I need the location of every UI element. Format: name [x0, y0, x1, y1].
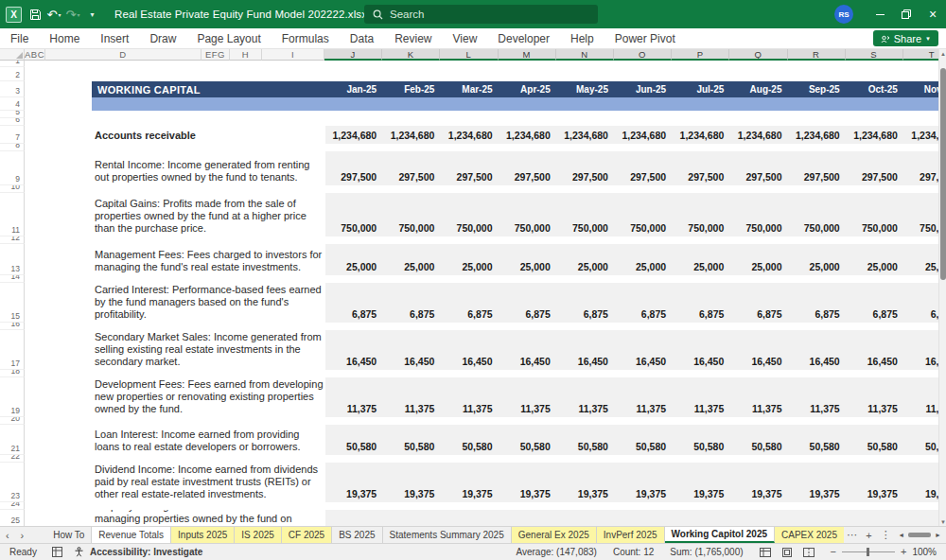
line-item-label[interactable]: Rental Income: Income generated from ren… — [95, 151, 325, 185]
cell-value[interactable]: 50,580 — [789, 441, 847, 455]
cell-value[interactable] — [383, 524, 441, 526]
cell-value[interactable] — [673, 524, 730, 526]
cell-value[interactable]: 19,375 — [673, 488, 730, 502]
ribbon-tab-page-layout[interactable]: Page Layout — [186, 32, 271, 45]
ribbon-tab-home[interactable]: Home — [39, 32, 90, 45]
cell-value[interactable]: 750,000 — [383, 222, 441, 236]
column-header-p[interactable]: P — [672, 49, 729, 61]
month-header-aug-25[interactable]: Aug-25 — [730, 84, 788, 95]
cell-value[interactable]: 25,000 — [673, 261, 730, 275]
cell-value[interactable] — [847, 524, 904, 526]
restore-button[interactable] — [893, 0, 920, 28]
zoom-slider-thumb[interactable] — [867, 548, 869, 556]
column-header-abc[interactable]: ABC — [25, 49, 45, 61]
month-header-sep-25[interactable]: Sep-25 — [789, 84, 847, 95]
row-header-5[interactable]: 5 — [0, 111, 25, 118]
month-header-apr-25[interactable]: Apr-25 — [499, 84, 557, 95]
cell-value[interactable]: 16,450 — [557, 356, 615, 370]
cell-value[interactable]: 6,875 — [789, 308, 847, 323]
cell-value[interactable]: 25,000 — [730, 261, 788, 275]
cell-value[interactable]: 19,375 — [383, 488, 441, 502]
save-icon[interactable] — [26, 0, 44, 28]
line-item-label[interactable]: Management Fees: Fees charged to investo… — [95, 244, 325, 275]
sheet-tab-statements-summary-2025[interactable]: Statements Summary 2025 — [383, 527, 512, 543]
sheet-tab-inputs-2025[interactable]: Inputs 2025 — [171, 527, 235, 543]
cell-value[interactable]: 750,000 — [730, 222, 788, 236]
cell-value[interactable]: 750,000 — [499, 222, 557, 236]
ribbon-tab-review[interactable]: Review — [384, 32, 442, 45]
cell-value[interactable]: 50,580 — [673, 441, 730, 455]
cell-value[interactable]: 50,580 — [499, 441, 557, 455]
accessibility-status[interactable]: Accessibility: Investigate — [90, 547, 203, 557]
account-avatar[interactable]: RS — [834, 5, 853, 24]
cell-value[interactable] — [904, 524, 938, 526]
row-header-17[interactable]: 17 — [0, 330, 25, 370]
cell-value[interactable]: 1,234,680 — [730, 130, 788, 144]
cell-value[interactable]: 6,875 — [673, 308, 730, 323]
line-item-label[interactable]: Property Management Fees: Fees earned fr… — [95, 510, 325, 526]
cell-value[interactable]: 297,500 — [325, 171, 383, 185]
cell-value[interactable]: 1,234,680 — [847, 130, 904, 144]
row-header-22[interactable]: 22 — [0, 455, 25, 463]
ribbon-tab-formulas[interactable]: Formulas — [272, 32, 340, 45]
sub-banner[interactable] — [92, 97, 938, 111]
month-header-mar-25[interactable]: Mar-25 — [441, 84, 499, 95]
cell-value[interactable]: 16,450 — [441, 356, 499, 370]
sheet-tab-revenue-totals[interactable]: Revenue Totals — [92, 527, 171, 543]
row-header-8[interactable]: 8 — [0, 144, 25, 151]
zoom-out-icon[interactable]: − — [831, 547, 836, 557]
line-item-label[interactable]: Carried Interest: Performance-based fees… — [95, 283, 325, 323]
excel-app-icon[interactable]: X — [6, 0, 26, 28]
customize-qat-icon[interactable]: ▾ — [82, 0, 101, 28]
cell-value[interactable]: 11,375 — [557, 403, 615, 417]
cell-value[interactable]: 19,375 — [499, 488, 557, 502]
minimize-button[interactable] — [867, 0, 893, 28]
row-header-19[interactable]: 19 — [0, 377, 25, 417]
zoom-level[interactable]: 100% — [912, 547, 937, 557]
cell-value[interactable]: 19,375 — [325, 488, 383, 502]
cell-value[interactable]: 25,000 — [383, 261, 441, 275]
cell-value[interactable]: 50,580 — [325, 441, 383, 455]
cell-value[interactable]: 750,000 — [904, 222, 938, 236]
cell-value[interactable] — [789, 524, 847, 526]
cell-value[interactable]: 16,450 — [615, 356, 673, 370]
cell-value[interactable]: 6,875 — [730, 308, 788, 323]
month-header-may-25[interactable]: May-25 — [557, 84, 615, 95]
cell-value[interactable]: 750,000 — [441, 222, 499, 236]
cell-value[interactable]: 25,000 — [904, 261, 938, 275]
row-header-11[interactable]: 11 — [0, 193, 25, 236]
cell-value[interactable]: 1,234,680 — [557, 130, 615, 144]
row-header-6[interactable]: 6 — [0, 118, 25, 126]
cell-value[interactable]: 16,450 — [730, 356, 788, 370]
cell-value[interactable] — [441, 524, 499, 526]
line-item-label[interactable]: Loan Interest: Income earned from provid… — [95, 425, 325, 455]
column-header-h[interactable]: H — [230, 49, 262, 61]
vertical-scroll-thumb[interactable] — [940, 68, 946, 280]
ribbon-tab-insert[interactable]: Insert — [90, 32, 139, 45]
cell-value[interactable]: 1,234,680 — [904, 130, 938, 144]
cell-value[interactable]: 50,580 — [847, 441, 904, 455]
row-header-9[interactable]: 9 — [0, 151, 25, 185]
row-header-23[interactable]: 23 — [0, 463, 25, 502]
line-item-label[interactable]: Capital Gains: Profits made from the sal… — [95, 193, 325, 236]
new-sheet-button[interactable]: + — [861, 527, 878, 543]
scroll-down-icon[interactable]: ▼ — [939, 517, 946, 526]
cell-value[interactable]: 19,375 — [615, 488, 673, 502]
cell-value[interactable]: 16,450 — [847, 356, 904, 370]
cell-value[interactable]: 16,450 — [673, 356, 730, 370]
column-header-d[interactable]: D — [45, 49, 201, 61]
cell-value[interactable]: 1,234,680 — [673, 130, 730, 144]
cell-value[interactable]: 25,000 — [615, 261, 673, 275]
cell-value[interactable]: 750,000 — [789, 222, 847, 236]
cell-value[interactable]: 11,375 — [789, 403, 847, 417]
cell-value[interactable] — [557, 524, 615, 526]
cell-value[interactable] — [499, 524, 557, 526]
vertical-scrollbar[interactable]: ▲ ▼ — [938, 49, 946, 526]
cell-value[interactable]: 19,375 — [789, 488, 847, 502]
sheet-tab-general-ex-2025[interactable]: General Ex 2025 — [512, 527, 597, 543]
line-item-label[interactable]: Development Fees: Fees earned from devel… — [95, 377, 325, 417]
cell-value[interactable]: 50,580 — [441, 441, 499, 455]
cell-value[interactable]: 25,000 — [499, 261, 557, 275]
cell-value[interactable]: 750,000 — [325, 222, 383, 236]
cell-value[interactable]: 50,580 — [730, 441, 788, 455]
